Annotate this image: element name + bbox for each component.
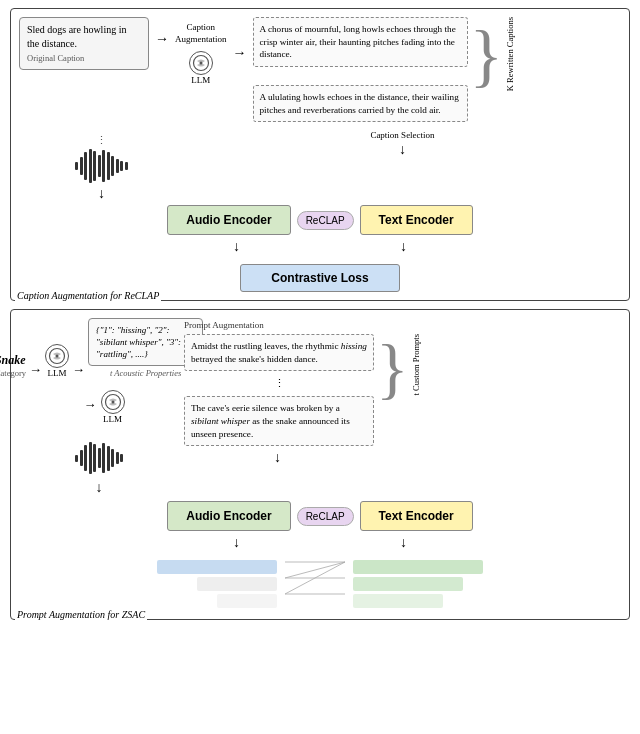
wb11 xyxy=(120,161,123,171)
wb4 xyxy=(89,149,92,183)
k-rewritten-label: K Rewritten Captions xyxy=(505,17,515,91)
reclap-badge: ReCLAP xyxy=(297,211,354,230)
caption-augmentation-label: CaptionAugmentation xyxy=(175,22,227,45)
wb5 xyxy=(93,151,96,181)
text-encoder: Text Encoder xyxy=(360,205,473,235)
bottom-section-label: Prompt Augmentation for ZSAC xyxy=(15,609,147,620)
arrow-to-llm2: → xyxy=(84,397,97,413)
llm-circle-top xyxy=(189,51,213,75)
wb8 xyxy=(107,152,110,180)
wb-b6 xyxy=(98,448,101,468)
wb9 xyxy=(111,156,114,176)
wb12 xyxy=(125,162,128,170)
similarity-bars-row xyxy=(19,556,621,611)
audio-encoder: Audio Encoder xyxy=(167,205,290,235)
sim-bar-r2 xyxy=(353,577,463,591)
wb3 xyxy=(84,152,87,180)
snake-label: Snake xyxy=(0,353,26,368)
llm-svg xyxy=(192,54,210,72)
bottom-section: Snake Category → LLM xyxy=(10,309,630,620)
arrow-down-b-text: ↓ xyxy=(184,450,621,467)
connector-svg xyxy=(285,556,345,611)
wb-b4 xyxy=(89,442,92,474)
wb6 xyxy=(98,155,101,177)
waveform-bottom-container xyxy=(75,440,123,476)
llm-label-b1: LLM xyxy=(48,368,67,378)
bottom-left: Snake Category → LLM xyxy=(19,318,179,497)
original-caption-label: Original Caption xyxy=(27,53,141,64)
dotted-down-1: ⋮ xyxy=(75,134,128,147)
k-custom-label-col: t Custom Prompts xyxy=(411,334,421,395)
custom-prompts-list: Amidst the rustling leaves, the rhythmic… xyxy=(184,334,374,446)
k-custom-brace: } xyxy=(376,334,409,402)
llm-circle-b1 xyxy=(45,344,69,368)
wb-b1 xyxy=(75,455,78,462)
contrastive-loss: Contrastive Loss xyxy=(240,264,399,292)
top-middle-col: CaptionAugmentation LLM xyxy=(175,22,227,85)
arrows-to-contrastive: ↓ ↓ xyxy=(19,239,621,256)
waveform-top xyxy=(75,148,128,184)
category-label: Category xyxy=(0,368,26,378)
ellipsis-prompts: ⋮ xyxy=(184,377,374,390)
arrow-down-b-audio: ↓ xyxy=(96,480,103,497)
caption-selection-label: Caption Selection xyxy=(370,130,434,140)
sim-bar-l2 xyxy=(197,577,277,591)
arrow-snake-llm: → xyxy=(29,362,42,378)
wb2 xyxy=(80,157,83,175)
wb-b10 xyxy=(116,452,119,464)
audio-side: ⋮ xyxy=(19,130,184,203)
llm-svg-b2 xyxy=(104,393,122,411)
arrow-down-to-text-enc: ↓ xyxy=(399,142,406,159)
wb-b2 xyxy=(80,450,83,466)
top-right-col: A chorus of mournful, long howls echoes … xyxy=(253,17,516,122)
wb1 xyxy=(75,162,78,170)
to-llm2-row: → LLM xyxy=(74,386,125,424)
snake-row: Snake Category → LLM xyxy=(0,318,203,378)
llm-icon-bottom2: LLM xyxy=(101,390,125,424)
arrow-right-down: ↓ xyxy=(400,239,407,256)
rewritten-caption-2: A ululating howls echoes in the distance… xyxy=(253,85,468,122)
top-diagram-row: Sled dogs are howling in the distance. O… xyxy=(19,17,621,122)
top-left-col: Sled dogs are howling in the distance. O… xyxy=(19,17,149,70)
svg-point-1 xyxy=(199,62,202,65)
custom-prompt-2-text: The cave's eerie silence was broken by a… xyxy=(191,403,350,438)
k-label-col: K Rewritten Captions xyxy=(505,17,515,91)
bottom-diagram-row: Snake Category → LLM xyxy=(19,318,621,497)
svg-point-5 xyxy=(111,401,114,404)
wb-b5 xyxy=(93,444,96,472)
captions-col: A chorus of mournful, long howls echoes … xyxy=(253,17,468,122)
custom-prompt-1-text: Amidst the rustling leaves, the rhythmic… xyxy=(191,341,367,364)
encoder-section: ⋮ xyxy=(19,130,621,203)
wb7 xyxy=(102,150,105,182)
waveform-container: ⋮ xyxy=(75,134,128,184)
k-custom-brace-col: } xyxy=(376,334,409,402)
wb-b11 xyxy=(120,454,123,462)
k-brace: } xyxy=(470,21,504,91)
sim-bar-l1 xyxy=(157,560,277,574)
wb-b9 xyxy=(111,449,114,467)
sim-bar-l3 xyxy=(217,594,277,608)
arrow-down-to-audio-enc: ↓ xyxy=(98,186,105,203)
bottom-encoder-row: Audio Encoder ReCLAP Text Encoder xyxy=(19,501,621,531)
llm-icon-top: LLM xyxy=(189,51,213,85)
sim-bar-r1 xyxy=(353,560,483,574)
sim-bar-r3 xyxy=(353,594,443,608)
arrow-left-down: ↓ xyxy=(233,239,240,256)
svg-point-3 xyxy=(56,355,59,358)
rewritten-caption-1: A chorus of mournful, long howls echoes … xyxy=(253,17,468,67)
bottom-right: Prompt Augmentation Amidst the rustling … xyxy=(184,318,621,467)
custom-prompt-2: The cave's eerie silence was broken by a… xyxy=(184,396,374,446)
wb-b3 xyxy=(84,445,87,471)
top-section-label: Caption Augmentation for ReCLAP xyxy=(15,290,161,301)
bottom-text-encoder: Text Encoder xyxy=(360,501,473,531)
custom-prompt-1: Amidst the rustling leaves, the rhythmic… xyxy=(184,334,374,371)
encoder-row: Audio Encoder ReCLAP Text Encoder xyxy=(19,205,621,235)
svg-line-7 xyxy=(285,562,345,578)
arrow-llm-acoustic: → xyxy=(72,362,85,378)
arrow-to-captions: → xyxy=(233,45,247,61)
original-caption-text: Sled dogs are howling in the distance. xyxy=(27,23,141,50)
bottom-arrows-down: ↓ ↓ xyxy=(19,535,621,552)
contrastive-loss-row: Contrastive Loss xyxy=(19,264,621,292)
wb-b8 xyxy=(107,446,110,471)
llm-label-b2: LLM xyxy=(103,414,122,424)
